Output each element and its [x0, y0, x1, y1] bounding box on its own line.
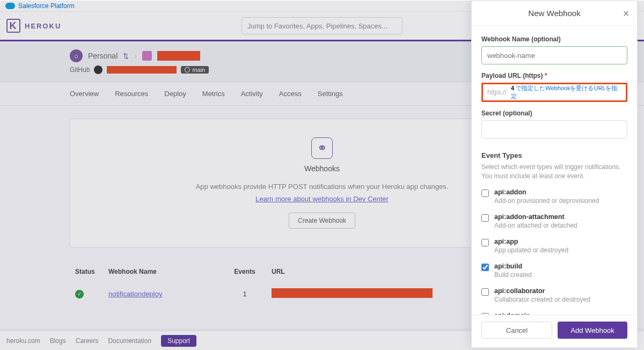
secret-input[interactable]	[481, 120, 627, 138]
new-webhook-panel: New Webhook ✕ Webhook Name (optional) Pa…	[471, 1, 638, 348]
event-type-row[interactable]: api:appApp updated or destroyed	[481, 238, 627, 254]
event-types-subtitle: Select which event types will trigger no…	[481, 163, 627, 181]
close-icon[interactable]: ✕	[623, 9, 630, 19]
payload-url-label: Payload URL (https) *	[481, 72, 627, 79]
event-name: api:collaborator	[494, 287, 590, 295]
panel-title: New Webhook	[479, 9, 630, 18]
event-name: api:build	[494, 262, 532, 270]
event-type-row[interactable]: api:buildBuild created	[481, 262, 627, 279]
event-desc: Add-on provisioned or deprovisioned	[494, 197, 599, 205]
secret-label: Secret (optional)	[481, 110, 627, 117]
event-name: api:app	[494, 238, 568, 245]
event-desc: Collaborator created or destroyed	[494, 296, 590, 303]
event-name: api:addon-attachment	[494, 213, 577, 221]
event-desc: Add-on attached or detached	[494, 222, 577, 229]
event-type-row[interactable]: api:collaboratorCollaborator created or …	[481, 287, 627, 303]
event-checkbox[interactable]	[481, 214, 489, 222]
event-types-title: Event Types	[481, 151, 627, 159]
event-desc: Build created	[494, 271, 532, 279]
webhook-name-input[interactable]	[481, 46, 627, 64]
event-desc: App updated or destroyed	[494, 246, 568, 254]
url-annotation: 4 4 で指定したWebhookを受けるURLを指定で指定したWebhookを受…	[511, 84, 621, 100]
event-checkbox[interactable]	[481, 189, 489, 197]
event-name: api:addon	[494, 188, 599, 196]
cancel-button[interactable]: Cancel	[481, 322, 552, 339]
event-checkbox[interactable]	[481, 288, 489, 296]
add-webhook-button[interactable]: Add Webhook	[558, 322, 627, 339]
event-type-row[interactable]: api:addonAdd-on provisioned or deprovisi…	[481, 188, 627, 205]
event-checkbox[interactable]	[481, 239, 489, 246]
event-type-row[interactable]: api:addon-attachmentAdd-on attached or d…	[481, 213, 627, 229]
webhook-name-label: Webhook Name (optional)	[481, 35, 627, 43]
url-prefix: https://	[487, 89, 507, 96]
event-checkbox[interactable]	[481, 264, 489, 271]
payload-url-input[interactable]: https:// 4 4 で指定したWebhookを受けるURLを指定で指定した…	[481, 83, 627, 102]
